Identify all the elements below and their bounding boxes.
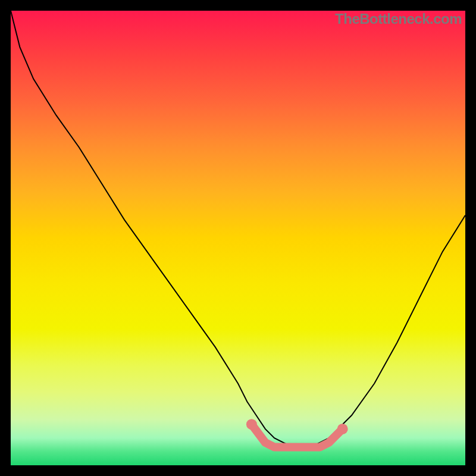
chart-container: TheBottleneck.com <box>0 0 476 476</box>
marker-end-dot <box>246 419 257 430</box>
marker-end-dot <box>337 424 348 434</box>
chart-svg <box>11 11 465 465</box>
plot-area: TheBottleneck.com <box>11 11 465 465</box>
curve-path <box>11 11 465 447</box>
marker-band-path <box>252 424 343 447</box>
